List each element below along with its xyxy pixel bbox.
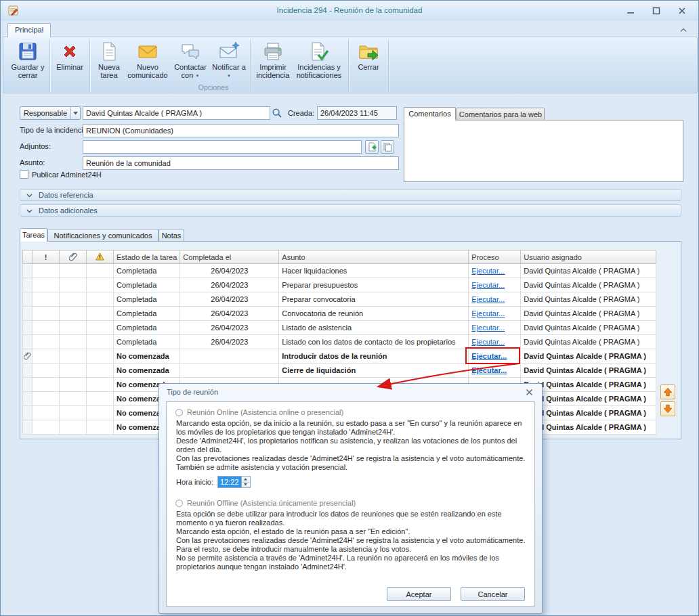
incidencias-y-notificaciones-button[interactable]: Incidencias y notificaciones xyxy=(293,39,345,79)
completada-cell: 26/04/2023 xyxy=(180,307,279,321)
chevron-down-icon[interactable] xyxy=(70,107,80,119)
header-estado[interactable]: Estado de la tarea xyxy=(114,250,180,264)
table-row[interactable]: Completada 26/04/2023 Hacer liquidacione… xyxy=(23,264,656,278)
table-row[interactable]: No comenzada Cierre de liquidación Ejecu… xyxy=(23,364,656,378)
ejecutar-link[interactable]: Ejecutar... xyxy=(471,309,505,317)
minimize-button[interactable] xyxy=(621,5,640,17)
usuario-cell: David Quintas Alcalde ( PRAGMA ) xyxy=(521,292,656,307)
cancelar-button[interactable]: Cancelar xyxy=(461,587,525,601)
header-indicator[interactable] xyxy=(23,250,33,264)
delete-icon xyxy=(59,41,81,62)
proceso-cell: Ejecutar... xyxy=(469,264,521,278)
maximize-button[interactable] xyxy=(647,5,666,17)
table-row[interactable]: Completada 26/04/2023 Listado de asisten… xyxy=(23,321,656,335)
table-row[interactable]: Completada 26/04/2023 Listado con los da… xyxy=(23,335,656,349)
guardar-y-cerrar-button[interactable]: Guardar y cerrar xyxy=(9,39,47,79)
nueva-tarea-button[interactable]: Nueva tarea xyxy=(93,39,125,79)
radio-reunion-online[interactable]: Reunión Online (Asistencia online o pres… xyxy=(175,408,526,416)
tab-tareas[interactable]: Tareas xyxy=(20,228,47,242)
ribbon-group-caption: Opciones xyxy=(89,83,338,91)
responsable-field[interactable]: David Quintas Alcalde ( PRAGMA ) xyxy=(83,106,270,120)
aceptar-button[interactable]: Aceptar xyxy=(387,587,451,601)
header-priority[interactable]: ! xyxy=(33,250,60,264)
asunto-cell: Preparar convocatoria xyxy=(279,292,469,307)
ejecutar-link[interactable]: Ejecutar... xyxy=(471,281,505,289)
tab-notas[interactable]: Notas xyxy=(158,229,184,242)
ejecutar-link[interactable]: Ejecutar... xyxy=(471,295,505,303)
table-row[interactable]: No comenzada Introducir datos de la reun… xyxy=(23,349,656,364)
tab-comentarios[interactable]: Comentarios xyxy=(404,107,456,120)
ejecutar-link[interactable]: Ejecutar... xyxy=(471,366,507,374)
proceso-cell: Ejecutar... xyxy=(469,321,521,335)
priority-cell xyxy=(33,349,60,364)
dropdown-arrow-icon: ▼ xyxy=(195,74,199,78)
table-row[interactable]: Completada 26/04/2023 Preparar presupues… xyxy=(23,278,656,292)
ejecutar-link[interactable]: Ejecutar... xyxy=(471,338,505,346)
ribbon-button-label: Guardar y cerrar xyxy=(10,63,45,79)
section-datos-referencia[interactable]: Datos referencia xyxy=(20,189,681,201)
tab-principal[interactable]: Principal xyxy=(7,23,51,37)
row-indicator-cell xyxy=(23,392,33,406)
tab-comentarios-web[interactable]: Comentarios para la web xyxy=(457,108,545,120)
dialog-close-button[interactable] xyxy=(524,387,534,397)
move-row-down-button[interactable] xyxy=(660,401,675,416)
creada-field[interactable]: 26/04/2023 11:45 xyxy=(317,106,397,120)
header-warning[interactable] xyxy=(87,250,114,264)
adjuntos-field[interactable] xyxy=(83,140,362,154)
asunto-field[interactable]: Reunión de la comunidad xyxy=(83,156,399,170)
table-row[interactable]: Completada 26/04/2023 Convocatoria de re… xyxy=(23,307,656,321)
publicar-checkbox[interactable] xyxy=(20,170,28,179)
ribbon: Guardar y cerrar Eliminar Nueva tarea Nu… xyxy=(3,37,698,93)
dropdown-arrow-icon: ▼ xyxy=(227,74,231,78)
asunto-cell: Cierre de liquidación xyxy=(279,364,469,378)
ejecutar-link[interactable]: Ejecutar... xyxy=(471,324,505,332)
attachment-cell xyxy=(60,420,87,435)
imprimir-incidencia-button[interactable]: Imprimir incidencia xyxy=(253,39,293,79)
spinner-down-button[interactable] xyxy=(242,483,250,488)
warning-cell xyxy=(87,321,114,335)
close-button[interactable] xyxy=(673,5,692,17)
asunto-cell: Preparar presupuestos xyxy=(279,278,469,292)
add-attachment-button[interactable] xyxy=(365,140,379,154)
table-row[interactable]: Completada 26/04/2023 Preparar convocato… xyxy=(23,292,656,307)
title-bar: Incidencia 294 - Reunión de la comunidad xyxy=(1,1,698,21)
header-completada[interactable]: Completada el xyxy=(180,250,279,264)
header-usuario[interactable]: Usuario asignado xyxy=(521,250,656,264)
priority-cell xyxy=(33,364,60,378)
warning-cell xyxy=(87,364,114,378)
contactar-con-button[interactable]: Contactar con ▼ xyxy=(170,39,211,80)
hora-inicio-input[interactable]: 12:22 xyxy=(217,476,251,488)
nuevo-comunicado-button[interactable]: Nuevo comunicado xyxy=(125,39,170,79)
window-title: Incidencia 294 - Reunión de la comunidad xyxy=(96,6,603,14)
eliminar-button[interactable]: Eliminar xyxy=(53,39,87,71)
header-proceso[interactable]: Proceso xyxy=(469,250,521,264)
attachment-cell xyxy=(60,307,87,321)
speech-bubble-icon xyxy=(179,41,201,62)
tipo-incidencia-field[interactable]: REUNION (Comunidades) xyxy=(83,124,399,137)
warning-cell xyxy=(87,349,114,364)
tab-notificaciones-comunicados[interactable]: Notificaciones y comunicados xyxy=(47,229,158,242)
ribbon-button-label: Notificar a ▼ xyxy=(212,63,246,80)
comments-textarea[interactable] xyxy=(404,120,683,182)
copy-attachment-button[interactable] xyxy=(381,140,394,154)
header-attachment[interactable] xyxy=(60,250,87,264)
ejecutar-link[interactable]: Ejecutar... xyxy=(471,352,507,360)
priority-cell xyxy=(33,406,60,420)
cerrar-button[interactable]: Cerrar xyxy=(352,39,385,71)
search-icon[interactable] xyxy=(271,107,283,119)
section-datos-adicionales[interactable]: Datos adicionales xyxy=(20,204,681,217)
priority-cell xyxy=(33,420,60,435)
ribbon-button-label: Nueva tarea xyxy=(94,63,124,79)
header-asunto[interactable]: Asunto xyxy=(279,250,469,264)
spinner-up-button[interactable] xyxy=(242,477,250,483)
printer-icon xyxy=(262,41,284,62)
warning-cell xyxy=(87,292,114,307)
collapse-ribbon-button[interactable] xyxy=(678,26,689,34)
priority-cell xyxy=(33,321,60,335)
ejecutar-link[interactable]: Ejecutar... xyxy=(471,267,505,275)
notificar-a-button[interactable]: Notificar a ▼ xyxy=(211,39,247,80)
ribbon-button-label: Nuevo comunicado xyxy=(127,63,169,79)
radio-reunion-offline[interactable]: Reunión Offline (Asistencia únicamente p… xyxy=(175,499,526,507)
move-row-up-button[interactable] xyxy=(660,384,675,399)
responsable-button[interactable]: Responsable xyxy=(20,106,81,120)
